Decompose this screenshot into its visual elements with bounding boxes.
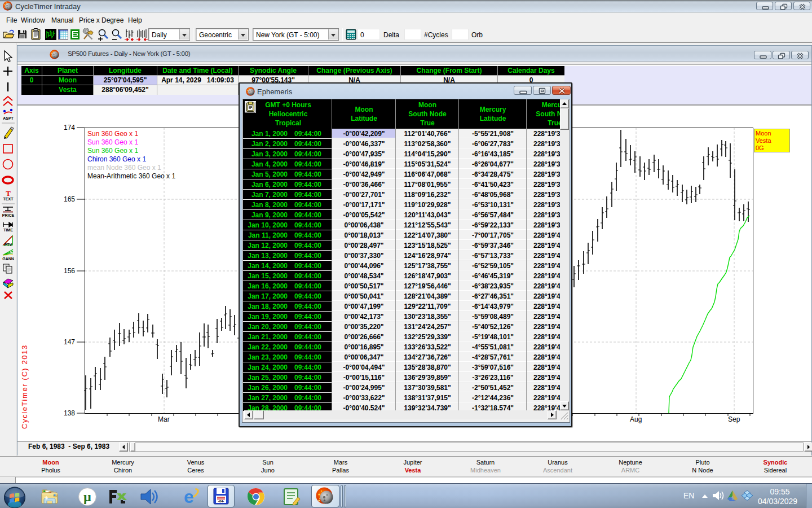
svg-text:T: T <box>6 189 11 198</box>
svg-text:TIME: TIME <box>3 228 13 232</box>
svg-text:e: e <box>184 487 194 506</box>
svg-text:µ: µ <box>83 489 91 504</box>
svg-text:-64-: -64- <box>218 500 224 503</box>
svg-text:PTV: PTV <box>5 243 12 247</box>
svg-text:TEXT: TEXT <box>3 197 14 201</box>
svg-text:GANN: GANN <box>2 257 14 261</box>
svg-text:ASPT: ASPT <box>3 116 14 120</box>
svg-text:PRICE: PRICE <box>2 213 15 217</box>
